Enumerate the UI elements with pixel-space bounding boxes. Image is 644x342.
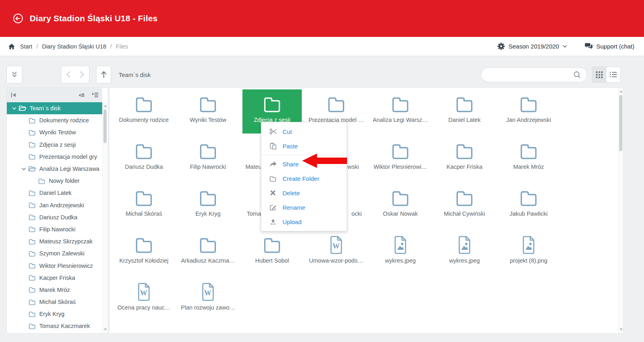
folder-tile[interactable]: Dariusz Dudka [114,136,174,180]
search-input[interactable] [481,72,573,78]
tree-item[interactable]: Szymon Zalewski [7,247,102,259]
tile-label: Marek Mróz [499,164,558,170]
context-menu-item-upload[interactable]: Upload [261,215,347,229]
tree-collapse-all-icon[interactable] [78,92,85,98]
file-tile[interactable]: wykres.jpeg [435,230,494,274]
cut-icon [269,128,277,135]
file-tile[interactable]: WOcena pracy nauc… [114,277,174,321]
season-selector[interactable]: Season 2019/2020 [497,42,567,50]
tree-expander-icon[interactable] [20,168,28,170]
folder-tile[interactable]: Dokumenty rodzice [114,89,174,134]
list-view-icon [610,71,617,78]
app-header: Diary Stadion Śląski U18 - Files [0,0,644,37]
go-up-button[interactable] [96,66,111,83]
history-forward-button[interactable] [75,66,89,83]
folder-tile[interactable]: Marek Mróz [499,136,558,180]
breadcrumb-item: Files [116,43,128,50]
tree-scrollbar[interactable] [102,102,107,333]
search-icon[interactable] [573,71,581,79]
folder-tile[interactable]: Jan Andrzejewski [499,89,558,134]
folder-tile[interactable]: Kacper Friska [435,136,494,180]
tree-expander-icon[interactable] [10,107,18,110]
tree-item[interactable]: Wyniki Testów [7,126,102,138]
image-file-icon [435,236,494,254]
folder-icon [178,189,238,207]
context-menu-item-rename[interactable]: Rename [261,200,347,215]
home-icon[interactable] [8,43,15,50]
main-scrollbar-thumb[interactable] [619,95,622,151]
collapse-sidebar-icon[interactable] [11,92,16,98]
tree-item-label: Nowy folder [49,178,80,184]
folder-icon [242,95,302,113]
tree-item[interactable]: Tomasz Kaczmarek [7,320,102,332]
tree-item[interactable]: Nowy folder [7,175,102,187]
context-menu-item-delete[interactable]: Delete [261,186,347,200]
folder-tile[interactable]: Analiza Legi Warsz… [371,89,430,134]
folder-icon [435,142,494,160]
tree-scrollbar-thumb[interactable] [103,109,107,143]
support-chat-link[interactable]: Support (chat) [585,43,634,50]
svg-text:W: W [333,242,340,250]
breadcrumb-item[interactable]: Diary Stadion Śląski U18 [42,43,106,50]
folder-tile[interactable]: Arkadiusz Kaczma… [178,230,238,274]
tree-item[interactable]: Daniel Latek [7,187,102,199]
chevron-left-icon [66,71,71,78]
folder-icon [28,239,36,245]
file-grid-panel: Dokumenty rodziceWyniki TestówZdjęcia z … [109,87,624,334]
scroll-down-icon[interactable] [620,328,623,331]
main-scrollbar[interactable] [618,88,623,333]
tree-item[interactable]: Zdjęcia z sesji [7,139,102,151]
tree-expand-all-icon[interactable] [92,92,98,98]
folder-tile[interactable]: Oskar Nowak [371,183,430,227]
tree-item[interactable]: Dokumenty rodzice [7,114,102,126]
tree-item-label: Szymon Zalewski [39,250,85,257]
list-view-button[interactable] [606,67,621,83]
file-tile[interactable]: WPlan rozwoju zawo… [178,277,238,321]
context-menu-item-share[interactable]: Share [261,157,347,171]
breadcrumb-item[interactable]: Start [20,43,32,50]
grid-view-button[interactable] [592,67,606,83]
image-file-icon [499,236,558,254]
folder-icon [307,95,366,113]
history-back-button[interactable] [61,66,75,83]
file-tile[interactable]: wykres.jpeg [371,230,430,274]
tree-item[interactable]: Prezentacja model gry [7,151,102,163]
context-menu-label: Cut [283,128,292,135]
tree-item[interactable]: Team`s disk [7,102,102,114]
file-tile[interactable]: projekt (8).png [499,230,558,274]
tree-item[interactable]: Eryk Kryg [7,308,102,320]
folder-icon [371,189,430,207]
context-menu-item-create-folder[interactable]: Create Folder [261,171,347,186]
scroll-down-icon[interactable] [104,328,107,331]
folder-tile[interactable]: Wyniki Testów [178,89,238,134]
file-tile[interactable]: WUmowa-wzor-pods… [307,230,366,274]
folder-icon [178,236,238,254]
folder-icon [371,95,430,113]
folder-tile[interactable]: Krzysztof Kołodziej [114,230,174,274]
scroll-up-icon[interactable] [620,90,623,93]
folder-tile[interactable]: Daniel Latek [435,89,494,134]
tile-label: Analiza Legi Warsz… [371,117,430,123]
tree-item[interactable]: Wiktor Plesnierowicz [7,259,102,271]
folder-tile[interactable]: Wiktor Plesnierowi… [371,136,430,180]
tree-item[interactable]: Marek Mróz [7,284,102,296]
tree-item[interactable]: Kacper Friska [7,272,102,284]
context-menu-item-paste[interactable]: Paste [261,139,347,153]
folder-tile[interactable]: Jakub Pawlicki [499,183,558,227]
collapse-toolbar-button[interactable] [6,66,22,83]
back-icon[interactable] [12,12,24,24]
tree-item[interactable]: Analiza Legi Warszawa [7,163,102,175]
tree-item[interactable]: Dariusz Dudka [7,211,102,223]
tree-item[interactable]: Michał Skóraś [7,296,102,308]
tree-item[interactable]: Mateusz Skrzypczak [7,235,102,247]
tree-item[interactable]: Jan Andrzejewski [7,199,102,211]
folder-tile[interactable]: Hubert Sobol [242,230,302,274]
grid-view-icon [596,71,603,78]
folder-tile[interactable]: Michał Cywiński [435,183,494,227]
context-menu-item-cut[interactable]: Cut [261,124,347,139]
folder-tile[interactable]: Filip Nawrocki [178,136,238,180]
folder-tile[interactable]: Michał Skóraś [114,183,174,227]
folder-tile[interactable]: Eryk Kryg [178,183,238,227]
tree-item[interactable]: Filip Nawrocki [7,223,102,235]
scroll-up-icon[interactable] [104,105,107,107]
